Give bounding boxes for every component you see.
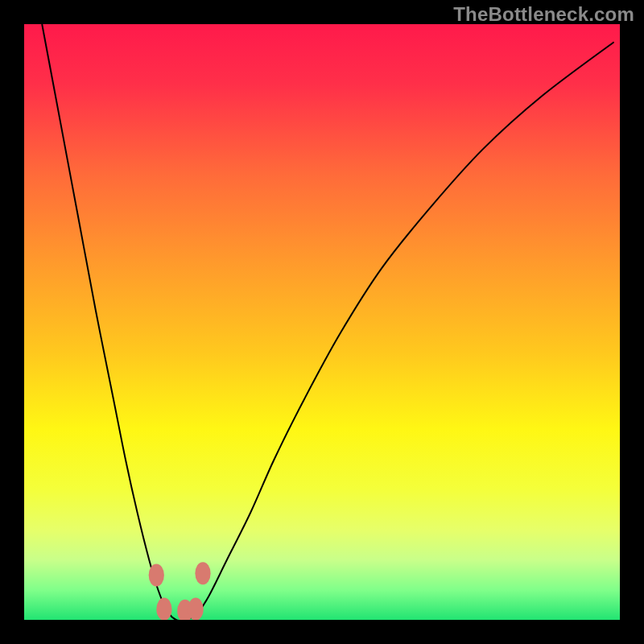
curve-marker-4 <box>195 562 210 584</box>
plot-area <box>24 24 620 620</box>
curve-marker-0 <box>149 564 164 586</box>
curve-marker-3 <box>188 598 204 620</box>
curve-marker-1 <box>156 598 171 620</box>
bottleneck-curve <box>42 24 613 620</box>
curve-layer <box>24 24 620 620</box>
attribution-watermark: TheBottleneck.com <box>453 3 634 26</box>
chart-frame: TheBottleneck.com <box>0 0 644 644</box>
